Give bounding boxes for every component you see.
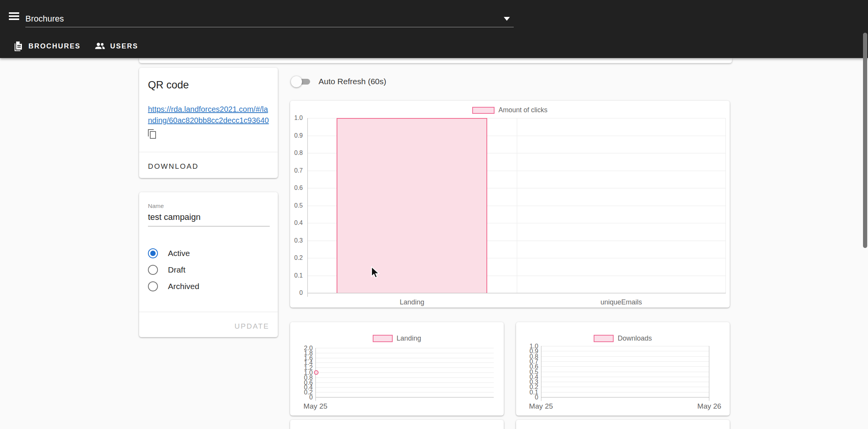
qr-code-card: QR code https://rda.landforces2021.com/#… bbox=[139, 68, 278, 178]
y-tick-label: 0.2 bbox=[294, 254, 303, 261]
qr-link-line1: https://rda.landforces2021.com/#/la bbox=[148, 105, 268, 113]
y-tick-label: 0.5 bbox=[294, 202, 303, 209]
gridline bbox=[315, 397, 494, 397]
gridline bbox=[541, 397, 709, 397]
y-tick-label: 0.3 bbox=[294, 237, 303, 244]
partial-card bbox=[290, 420, 504, 429]
caret-down-icon bbox=[504, 17, 510, 21]
gridline bbox=[541, 387, 709, 387]
radio-active-label: Active bbox=[168, 249, 190, 258]
axis-line bbox=[307, 118, 308, 297]
gridline bbox=[315, 367, 494, 368]
y-tick-label: 0.6 bbox=[294, 185, 303, 191]
gridline bbox=[315, 382, 494, 383]
gridline bbox=[315, 377, 494, 378]
gridline bbox=[541, 392, 709, 392]
hamburger-menu-icon[interactable] bbox=[9, 12, 19, 21]
x-tick-label: May 26 bbox=[697, 402, 721, 411]
gridline bbox=[315, 358, 494, 358]
y-tick-label: 0 bbox=[309, 394, 313, 401]
vertical-gridline bbox=[725, 118, 726, 293]
tab-brochures[interactable]: BROCHURES bbox=[0, 34, 88, 58]
gridline bbox=[315, 348, 494, 348]
brochure-select[interactable]: Brochures bbox=[25, 11, 514, 27]
scrollbar-thumb[interactable] bbox=[863, 33, 867, 248]
radio-draft-circle bbox=[148, 265, 158, 275]
landing-chart-plot: 2.01.81.61.41.21.00.80.60.40.20May 25 bbox=[315, 348, 494, 397]
legend-label: Amount of clicks bbox=[498, 106, 547, 114]
y-tick-label: 0.7 bbox=[294, 167, 303, 174]
campaign-form-card: Name Active Draft Archived UPDATE bbox=[139, 192, 278, 337]
y-tick-label: 0.9 bbox=[294, 132, 303, 139]
legend-label: Downloads bbox=[617, 334, 652, 343]
axis-line bbox=[541, 346, 541, 401]
radio-archived-circle bbox=[148, 281, 158, 291]
gridline bbox=[315, 372, 494, 373]
legend-label: Landing bbox=[397, 334, 421, 343]
auto-refresh-toggle[interactable]: Auto Refresh (60s) bbox=[292, 77, 386, 86]
radio-draft[interactable]: Draft bbox=[148, 265, 186, 275]
vertical-gridline bbox=[517, 118, 517, 293]
gridline bbox=[541, 356, 709, 357]
legend-swatch bbox=[373, 335, 393, 342]
gridline bbox=[541, 377, 709, 377]
partial-card bbox=[516, 420, 730, 429]
x-tick-label: Landing bbox=[400, 298, 424, 306]
x-tick-label: May 25 bbox=[304, 402, 327, 411]
gridline bbox=[541, 346, 709, 346]
radio-archived-label: Archived bbox=[168, 282, 199, 291]
y-tick-label: 0.8 bbox=[294, 150, 303, 156]
qr-card-title: QR code bbox=[148, 79, 189, 91]
tab-brochures-label: BROCHURES bbox=[28, 42, 81, 50]
gridline bbox=[315, 392, 494, 392]
clicks-chart-legend[interactable]: Amount of clicks bbox=[290, 106, 730, 114]
download-button[interactable]: DOWNLOAD bbox=[148, 159, 199, 174]
update-button[interactable]: UPDATE bbox=[234, 319, 269, 334]
x-tick-label: uniqueEmails bbox=[601, 298, 642, 306]
downloads-chart-plot: 1.00.90.80.70.60.50.40.30.20.10May 25May… bbox=[541, 346, 709, 397]
gridline bbox=[315, 362, 494, 363]
tab-users-label: USERS bbox=[110, 42, 138, 50]
divider bbox=[139, 312, 278, 312]
y-tick-label: 0.1 bbox=[294, 272, 303, 279]
main-nav: BROCHURES USERS bbox=[0, 34, 145, 58]
document-icon bbox=[14, 41, 23, 52]
page: Brochures BROCHURES bbox=[0, 0, 868, 429]
legend-swatch bbox=[594, 335, 614, 342]
clicks-chart-plot: 1.00.90.80.70.60.50.40.30.20.10Landingun… bbox=[307, 118, 726, 293]
name-field-label: Name bbox=[148, 203, 164, 210]
gridline bbox=[315, 387, 494, 387]
gridline bbox=[541, 382, 709, 382]
radio-archived[interactable]: Archived bbox=[148, 281, 199, 291]
radio-active-circle bbox=[148, 248, 158, 258]
y-tick-label: 1.0 bbox=[294, 115, 303, 121]
downloads-chart-legend[interactable]: Downloads bbox=[516, 334, 730, 343]
y-tick-label: 0 bbox=[535, 394, 538, 401]
axis-line bbox=[709, 346, 709, 401]
divider bbox=[139, 152, 278, 152]
qr-link-line2: nding/60ac820bb8cc2decc1c93640 bbox=[148, 116, 269, 125]
copy-icon[interactable] bbox=[148, 129, 156, 139]
bar-landing bbox=[337, 118, 487, 293]
x-tick-label: May 25 bbox=[529, 402, 553, 411]
y-tick-label: 0.4 bbox=[294, 219, 303, 226]
y-tick-label: 0 bbox=[299, 289, 303, 296]
users-icon bbox=[95, 43, 105, 50]
gridline bbox=[541, 361, 709, 362]
data-point bbox=[314, 370, 319, 375]
scrolled-card-bottom bbox=[139, 58, 732, 63]
app-header: Brochures BROCHURES bbox=[0, 0, 868, 58]
legend-swatch bbox=[472, 107, 495, 114]
auto-refresh-label: Auto Refresh (60s) bbox=[319, 77, 386, 86]
toggle-switch-icon bbox=[292, 78, 310, 86]
radio-active[interactable]: Active bbox=[148, 248, 190, 258]
tab-users[interactable]: USERS bbox=[88, 34, 145, 58]
landing-chart-legend[interactable]: Landing bbox=[290, 334, 504, 343]
gridline bbox=[541, 372, 709, 372]
qr-link[interactable]: https://rda.landforces2021.com/#/la ndin… bbox=[148, 104, 270, 126]
radio-draft-label: Draft bbox=[168, 265, 186, 274]
gridline bbox=[307, 293, 726, 293]
brochure-select-value: Brochures bbox=[25, 14, 64, 24]
name-input[interactable] bbox=[148, 212, 270, 226]
gridline bbox=[541, 366, 709, 367]
